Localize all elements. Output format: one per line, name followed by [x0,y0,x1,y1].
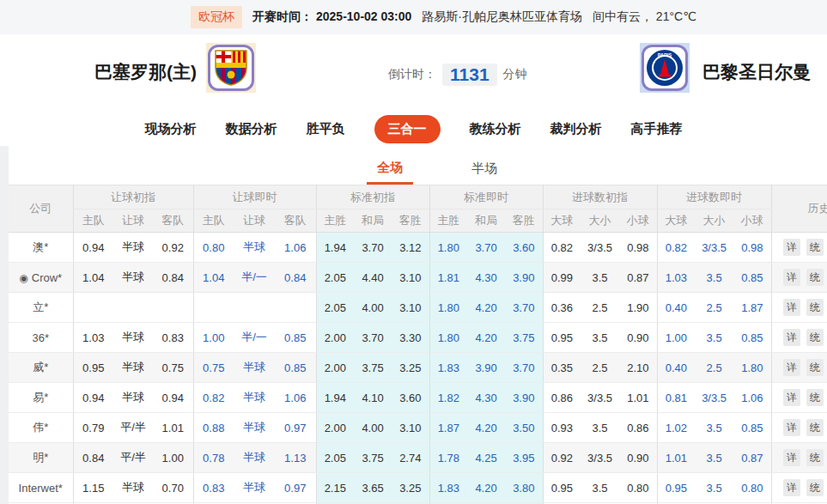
odds-cell[interactable]: 1.87 [733,293,771,323]
odds-cell[interactable]: 0.85 [733,323,771,353]
odds-cell[interactable]: 3.70 [467,233,505,263]
stats-button[interactable]: 统 [806,329,824,346]
odds-cell[interactable]: 半球 [234,233,275,263]
odds-cell[interactable]: 1.06 [275,383,316,413]
odds-cell[interactable]: 0.85 [733,263,771,293]
odds-cell[interactable]: 1.81 [429,263,467,293]
odds-cell[interactable]: 1.80 [429,233,467,263]
odds-cell[interactable]: 0.84 [275,263,316,293]
odds-cell[interactable]: 1.87 [429,413,467,443]
odds-cell[interactable]: 0.97 [275,473,316,503]
odds-cell[interactable]: 1.00 [193,323,234,353]
odds-cell[interactable]: 0.80 [193,233,234,263]
odds-cell[interactable]: 3.5 [695,413,733,443]
odds-cell[interactable]: 3.80 [505,473,543,503]
detail-button[interactable]: 详 [783,359,800,376]
odds-cell[interactable]: 1.03 [657,263,695,293]
odds-cell[interactable]: 1.06 [733,383,771,413]
odds-cell[interactable]: 1.04 [193,263,234,293]
stats-button[interactable]: 统 [806,239,824,256]
nav-tab-item[interactable]: 胜平负 [307,121,345,137]
odds-cell[interactable]: 3.70 [505,353,543,383]
odds-cell[interactable]: 1.02 [657,413,695,443]
odds-cell[interactable]: 3.5 [695,443,733,473]
odds-cell[interactable]: 0.88 [193,413,234,443]
odds-cell[interactable]: 3.60 [505,233,543,263]
stats-button[interactable]: 统 [806,449,824,466]
odds-cell[interactable]: 1.80 [429,323,467,353]
odds-cell[interactable]: 0.95 [657,473,695,503]
odds-cell[interactable]: 1.13 [275,443,316,473]
odds-cell[interactable]: 0.82 [193,383,234,413]
odds-cell[interactable]: 4.30 [467,383,505,413]
odds-cell[interactable]: 3/3.5 [695,383,733,413]
odds-cell[interactable]: 1.80 [429,293,467,323]
odds-cell[interactable]: 2.5 [695,353,733,383]
odds-cell[interactable]: 3.90 [505,383,543,413]
odds-cell[interactable]: 4.20 [467,413,505,443]
odds-cell[interactable]: 1.00 [657,323,695,353]
odds-cell[interactable]: 半/一 [234,263,275,293]
stats-button[interactable]: 统 [806,419,824,436]
odds-cell[interactable]: 1.83 [429,473,467,503]
odds-cell[interactable]: 0.40 [657,293,695,323]
odds-cell[interactable]: 半球 [234,353,275,383]
odds-cell[interactable]: 3.70 [505,293,543,323]
odds-cell[interactable]: 0.40 [657,353,695,383]
odds-cell[interactable]: 3.75 [505,323,543,353]
odds-cell[interactable]: 1.82 [429,383,467,413]
detail-button[interactable]: 详 [783,389,800,406]
odds-cell[interactable]: 0.83 [193,473,234,503]
detail-button[interactable]: 详 [783,239,800,256]
odds-cell[interactable]: 3.5 [695,473,733,503]
odds-cell[interactable]: 4.25 [467,443,505,473]
stats-button[interactable]: 统 [806,299,824,316]
odds-cell[interactable]: 0.85 [275,323,316,353]
detail-button[interactable]: 详 [783,299,800,316]
odds-cell[interactable]: 4.20 [467,323,505,353]
odds-cell[interactable]: 0.85 [275,353,316,383]
tab-half-match[interactable]: 半场 [461,161,508,185]
odds-cell[interactable]: 4.20 [467,293,505,323]
odds-cell[interactable]: 半球 [234,443,275,473]
odds-cell[interactable]: 0.85 [733,413,771,443]
odds-cell[interactable]: 1.01 [657,443,695,473]
odds-cell[interactable]: 1.80 [733,353,771,383]
odds-cell[interactable]: 0.78 [193,443,234,473]
odds-cell[interactable]: 0.87 [733,443,771,473]
detail-button[interactable]: 详 [783,449,800,466]
odds-cell[interactable]: 3.5 [695,263,733,293]
odds-cell[interactable]: 0.75 [193,353,234,383]
tab-full-match[interactable]: 全场 [367,160,413,185]
stats-button[interactable]: 统 [806,359,824,376]
odds-cell[interactable]: 0.82 [657,233,695,263]
nav-tab-item[interactable]: 教练分析 [470,121,521,137]
odds-cell[interactable]: 2.5 [695,293,733,323]
odds-cell[interactable]: 3/3.5 [695,233,733,263]
odds-cell[interactable]: 0.97 [275,413,316,443]
stats-button[interactable]: 统 [806,269,824,286]
stats-button[interactable]: 统 [806,479,824,496]
detail-button[interactable]: 详 [783,419,800,436]
odds-cell[interactable]: 半球 [234,413,275,443]
nav-tab-item[interactable]: 数据分析 [226,121,277,137]
odds-cell[interactable]: 3.50 [505,413,543,443]
detail-button[interactable]: 详 [783,269,800,286]
odds-cell[interactable]: 半球 [234,383,275,413]
odds-cell[interactable]: 3.95 [505,443,543,473]
odds-cell[interactable]: 1.83 [429,353,467,383]
odds-cell[interactable]: 3.90 [505,263,543,293]
stats-button[interactable]: 统 [806,389,824,406]
odds-cell[interactable]: 半/一 [234,323,275,353]
odds-cell[interactable]: 4.20 [467,473,505,503]
odds-cell[interactable]: 4.30 [467,263,505,293]
detail-button[interactable]: 详 [783,329,800,346]
nav-tab-item[interactable]: 现场分析 [145,121,197,137]
odds-cell[interactable]: 0.81 [657,383,695,413]
odds-cell[interactable]: 0.80 [733,473,771,503]
odds-cell[interactable]: 半球 [234,473,275,503]
nav-tab-active[interactable]: 三合一 [374,115,441,143]
odds-cell[interactable]: 0.98 [733,233,771,263]
nav-tab-item[interactable]: 高手推荐 [631,121,683,137]
detail-button[interactable]: 详 [783,479,800,496]
